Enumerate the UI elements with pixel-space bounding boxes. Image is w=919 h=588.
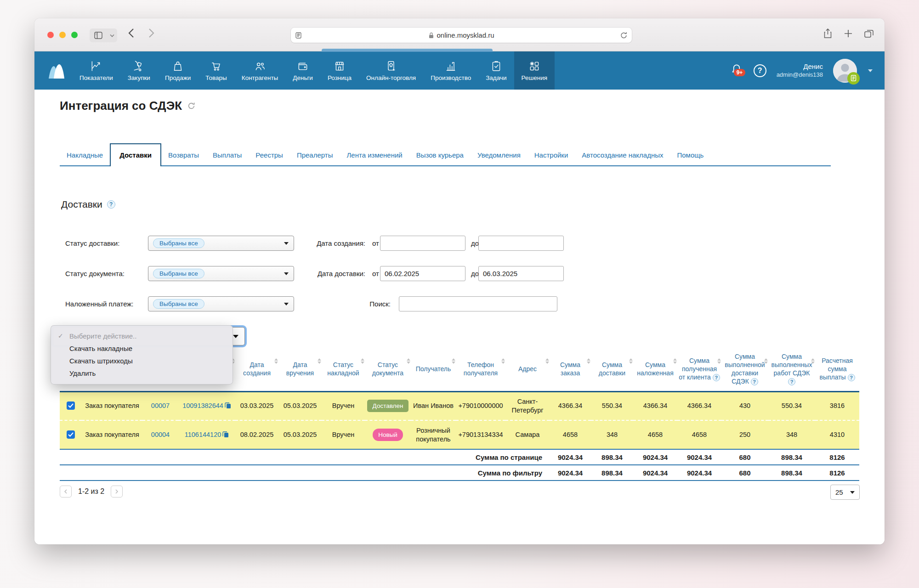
nav-item-purchases[interactable]: Закупки [120,51,158,90]
select-caret-icon [233,335,238,338]
cdek-works-sum-cell: 348 [768,420,815,449]
menu-item-delete[interactable]: Удалить [51,367,233,379]
nav-item-goods[interactable]: Товары [198,51,234,90]
header-cdek-delivery-sum: Сумма выполненной доставки СДЭК ? [721,349,768,391]
page-menu-icon[interactable] [295,32,303,39]
tab-changelog[interactable]: Лента изменений [340,151,409,165]
share-button[interactable] [823,28,832,40]
column-help-icon[interactable]: ? [713,374,720,381]
help-button[interactable]: ? [754,64,766,77]
row-checkbox[interactable] [67,401,75,410]
section-help-icon[interactable]: ? [107,200,115,209]
next-page-button[interactable] [111,486,123,498]
delivery-status-select[interactable]: Выбраны все [148,236,294,251]
moysklad-logo[interactable] [43,51,72,90]
close-window-button[interactable] [47,32,54,38]
address-bar[interactable]: online.moysklad.ru [291,28,632,43]
new-tab-button[interactable] [844,29,852,39]
back-icon [128,28,134,38]
sort-icon[interactable] [501,358,505,364]
created-cell: 03.03.2025 [235,391,278,420]
column-help-icon[interactable]: ? [848,374,855,381]
date-created-to-input[interactable] [478,236,564,251]
sort-icon[interactable] [811,358,815,364]
page-size-select[interactable]: 25 [830,485,860,500]
search-input[interactable] [399,296,557,311]
nav-item-tasks[interactable]: Задачи [478,51,514,90]
refresh-icon[interactable] [620,32,627,39]
tab-deliveries[interactable]: Доставки [110,143,161,166]
date-delivery-to-input[interactable] [478,266,564,281]
created-cell: 08.02.2025 [235,420,278,449]
check-icon [68,403,74,408]
sort-icon[interactable] [274,358,278,364]
sort-icon[interactable] [361,358,364,364]
document-status-select[interactable]: Выбраны все [148,266,294,281]
tab-waybills[interactable]: Накладные [60,151,110,165]
tab-overview-button[interactable] [864,29,874,39]
tab-notifications[interactable]: Уведомления [471,151,528,165]
prev-page-button[interactable] [60,486,72,498]
received-sum-cell: 4366.34 [677,391,721,420]
date-created-from-input[interactable] [380,236,465,251]
tab-help[interactable]: Помощь [670,151,710,165]
nav-item-counterparties[interactable]: Контрагенты [234,51,286,90]
sort-icon[interactable] [673,358,677,364]
header-delivery-sum: Сумма доставки [591,349,633,391]
date-delivery-from-input[interactable] [380,266,465,281]
zoom-window-button[interactable] [71,32,78,38]
url-text: online.moysklad.ru [437,31,494,39]
nav-item-production[interactable]: Производство [423,51,478,90]
order-number-link[interactable]: 00004 [151,431,170,438]
minimize-window-button[interactable] [59,32,66,38]
nav-item-indicators[interactable]: Показатели [72,51,120,90]
column-help-icon[interactable]: ? [751,378,758,385]
sidebar-menu-chevron[interactable] [107,28,117,42]
tab-prealerts[interactable]: Преалерты [290,151,340,165]
tab-returns[interactable]: Возвраты [161,151,206,165]
tab-settings[interactable]: Настройки [528,151,575,165]
sort-icon[interactable] [318,358,321,364]
track-number-link[interactable]: 10091382644 [182,402,223,409]
delivery-sum-cell: 348 [591,420,633,449]
sidebar-toggle-button[interactable] [90,28,107,42]
nav-item-sales[interactable]: Продажи [158,51,198,90]
header-payout-sum: Расчетная сумма выплаты ? [815,349,859,391]
sort-icon[interactable] [717,358,721,364]
sort-icon[interactable] [587,358,590,364]
cod-select[interactable]: Выбраны все [148,296,294,311]
phone-shop-icon [385,60,397,72]
track-number-link[interactable]: 1106144120 [185,431,221,438]
sort-icon[interactable] [545,358,549,364]
menu-item-choose-action[interactable]: ✓ Выберите действие.. [51,330,233,342]
menu-item-download-waybills[interactable]: Скачать накладные [51,342,233,355]
nav-item-solutions[interactable]: Решения [514,51,555,90]
tab-registries[interactable]: Реестры [249,151,290,165]
nav-item-label: Решения [522,74,548,81]
sort-icon[interactable] [764,358,768,364]
sort-icon[interactable] [407,358,410,364]
sort-icon[interactable] [629,358,633,364]
tab-payouts[interactable]: Выплаты [206,151,249,165]
forward-button[interactable] [148,28,154,39]
copy-icon[interactable] [222,431,229,438]
cdek-delivery-sum-cell: 250 [721,420,768,449]
tab-courier-call[interactable]: Вызов курьера [409,151,471,165]
menu-item-download-barcodes[interactable]: Скачать штрихкоды [51,355,233,367]
notifications-button[interactable]: 9+ [730,63,743,79]
copy-icon[interactable] [225,402,231,409]
delivery-status-label: Статус доставки: [65,236,119,251]
nav-item-money[interactable]: Деньги [285,51,320,90]
user-menu[interactable]: Денис admin@denis138 [777,62,823,79]
nav-item-online-commerce[interactable]: Онлайн-торговля [359,51,423,90]
back-button[interactable] [128,28,134,39]
tab-auto-waybills[interactable]: Автосоздание накладных [575,151,670,165]
order-number-link[interactable]: 00007 [151,402,170,409]
row-checkbox[interactable] [67,430,75,439]
column-help-icon[interactable]: ? [788,378,795,385]
sort-icon[interactable] [452,358,455,364]
user-menu-caret-icon[interactable] [868,69,873,72]
nav-item-retail[interactable]: Розница [320,51,359,90]
reload-page-icon[interactable] [187,99,195,113]
avatar[interactable] [833,59,857,83]
